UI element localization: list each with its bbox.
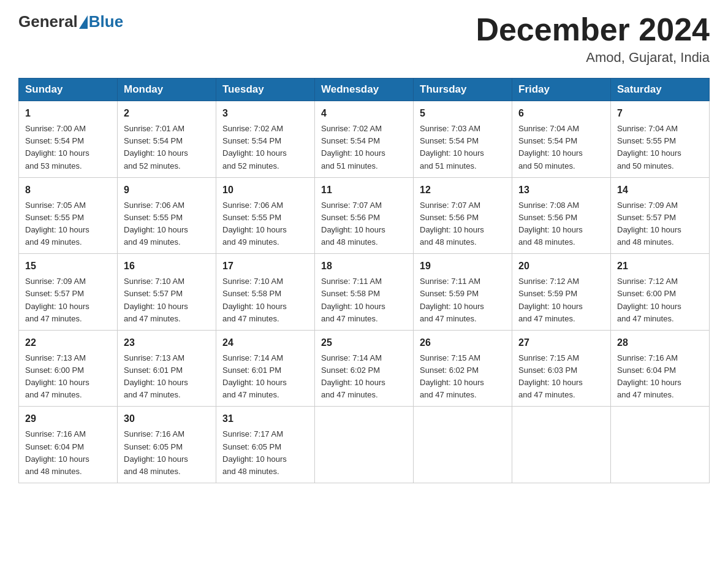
calendar-cell: 1Sunrise: 7:00 AMSunset: 5:54 PMDaylight… [19,101,118,178]
day-info: Sunrise: 7:03 AMSunset: 5:54 PMDaylight:… [420,123,506,172]
day-number: 22 [25,335,111,350]
calendar-cell: 10Sunrise: 7:06 AMSunset: 5:55 PMDayligh… [216,177,315,254]
day-number: 10 [222,183,308,197]
day-info: Sunrise: 7:16 AMSunset: 6:05 PMDaylight:… [124,428,210,478]
day-number: 4 [321,106,407,121]
day-info: Sunrise: 7:02 AMSunset: 5:54 PMDaylight:… [321,123,407,172]
day-number: 24 [222,335,308,350]
day-number: 28 [617,335,703,350]
day-info: Sunrise: 7:04 AMSunset: 5:55 PMDaylight:… [617,123,703,172]
day-number: 11 [321,183,407,197]
day-number: 26 [420,335,506,350]
calendar-cell [512,407,611,483]
day-number: 3 [222,106,308,121]
day-number: 12 [420,183,506,197]
weekday-header-saturday: Saturday [611,79,710,101]
calendar-table: SundayMondayTuesdayWednesdayThursdayFrid… [18,78,710,483]
day-info: Sunrise: 7:13 AMSunset: 6:00 PMDaylight:… [25,352,111,402]
day-number: 29 [25,412,111,426]
calendar-cell: 4Sunrise: 7:02 AMSunset: 5:54 PMDaylight… [315,101,414,178]
day-info: Sunrise: 7:01 AMSunset: 5:54 PMDaylight:… [124,123,210,172]
calendar-cell: 3Sunrise: 7:02 AMSunset: 5:54 PMDaylight… [216,101,315,178]
calendar-cell: 23Sunrise: 7:13 AMSunset: 6:01 PMDayligh… [118,330,216,407]
title-section: December 2024 Amod, Gujarat, India [476,12,710,66]
day-info: Sunrise: 7:07 AMSunset: 5:56 PMDaylight:… [321,199,407,249]
calendar-week-2: 8Sunrise: 7:05 AMSunset: 5:55 PMDaylight… [19,177,710,254]
weekday-header-wednesday: Wednesday [315,79,414,101]
day-info: Sunrise: 7:06 AMSunset: 5:55 PMDaylight:… [222,199,308,249]
day-info: Sunrise: 7:09 AMSunset: 5:57 PMDaylight:… [25,275,111,325]
day-info: Sunrise: 7:13 AMSunset: 6:01 PMDaylight:… [124,352,210,402]
day-number: 6 [518,106,604,121]
calendar-cell: 9Sunrise: 7:06 AMSunset: 5:55 PMDaylight… [118,177,216,254]
day-info: Sunrise: 7:10 AMSunset: 5:58 PMDaylight:… [222,275,308,325]
calendar-cell [414,407,512,483]
day-number: 8 [25,183,111,197]
day-info: Sunrise: 7:14 AMSunset: 6:02 PMDaylight:… [321,352,407,402]
day-number: 18 [321,259,407,274]
day-info: Sunrise: 7:09 AMSunset: 5:57 PMDaylight:… [617,199,703,249]
calendar-cell: 16Sunrise: 7:10 AMSunset: 5:57 PMDayligh… [118,254,216,331]
calendar-cell: 28Sunrise: 7:16 AMSunset: 6:04 PMDayligh… [611,330,710,407]
day-info: Sunrise: 7:06 AMSunset: 5:55 PMDaylight:… [124,199,210,249]
day-number: 7 [617,106,703,121]
calendar-cell: 11Sunrise: 7:07 AMSunset: 5:56 PMDayligh… [315,177,414,254]
day-number: 31 [222,412,308,426]
day-number: 16 [124,259,210,274]
day-info: Sunrise: 7:16 AMSunset: 6:04 PMDaylight:… [25,428,111,478]
day-info: Sunrise: 7:12 AMSunset: 5:59 PMDaylight:… [518,275,604,325]
day-info: Sunrise: 7:07 AMSunset: 5:56 PMDaylight:… [420,199,506,249]
logo-triangle-icon [79,15,88,29]
calendar-cell [315,407,414,483]
calendar-cell: 5Sunrise: 7:03 AMSunset: 5:54 PMDaylight… [414,101,512,178]
day-number: 19 [420,259,506,274]
day-number: 15 [25,259,111,274]
calendar-week-1: 1Sunrise: 7:00 AMSunset: 5:54 PMDaylight… [19,101,710,178]
weekday-header-monday: Monday [118,79,216,101]
day-info: Sunrise: 7:05 AMSunset: 5:55 PMDaylight:… [25,199,111,249]
calendar-cell: 7Sunrise: 7:04 AMSunset: 5:55 PMDaylight… [611,101,710,178]
day-number: 27 [518,335,604,350]
calendar-cell: 6Sunrise: 7:04 AMSunset: 5:54 PMDaylight… [512,101,611,178]
calendar-cell: 8Sunrise: 7:05 AMSunset: 5:55 PMDaylight… [19,177,118,254]
location-subtitle: Amod, Gujarat, India [476,50,710,66]
day-info: Sunrise: 7:00 AMSunset: 5:54 PMDaylight:… [25,123,111,172]
day-info: Sunrise: 7:02 AMSunset: 5:54 PMDaylight:… [222,123,308,172]
logo-blue-text: Blue [89,12,123,31]
weekday-header-tuesday: Tuesday [216,79,315,101]
day-info: Sunrise: 7:16 AMSunset: 6:04 PMDaylight:… [617,352,703,402]
day-info: Sunrise: 7:15 AMSunset: 6:03 PMDaylight:… [518,352,604,402]
calendar-week-4: 22Sunrise: 7:13 AMSunset: 6:00 PMDayligh… [19,330,710,407]
day-number: 14 [617,183,703,197]
logo-general-text: General [18,12,78,31]
day-info: Sunrise: 7:08 AMSunset: 5:56 PMDaylight:… [518,199,604,249]
calendar-cell: 31Sunrise: 7:17 AMSunset: 6:05 PMDayligh… [216,407,315,483]
day-number: 20 [518,259,604,274]
day-info: Sunrise: 7:11 AMSunset: 5:58 PMDaylight:… [321,275,407,325]
calendar-cell [611,407,710,483]
day-number: 9 [124,183,210,197]
calendar-cell: 25Sunrise: 7:14 AMSunset: 6:02 PMDayligh… [315,330,414,407]
calendar-cell: 26Sunrise: 7:15 AMSunset: 6:02 PMDayligh… [414,330,512,407]
day-info: Sunrise: 7:04 AMSunset: 5:54 PMDaylight:… [518,123,604,172]
logo: General Blue [18,12,123,31]
weekday-header-sunday: Sunday [19,79,118,101]
calendar-cell: 12Sunrise: 7:07 AMSunset: 5:56 PMDayligh… [414,177,512,254]
day-number: 30 [124,412,210,426]
calendar-cell: 2Sunrise: 7:01 AMSunset: 5:54 PMDaylight… [118,101,216,178]
day-number: 17 [222,259,308,274]
day-number: 2 [124,106,210,121]
day-info: Sunrise: 7:11 AMSunset: 5:59 PMDaylight:… [420,275,506,325]
day-number: 5 [420,106,506,121]
calendar-cell: 29Sunrise: 7:16 AMSunset: 6:04 PMDayligh… [19,407,118,483]
weekday-header-thursday: Thursday [414,79,512,101]
calendar-cell: 24Sunrise: 7:14 AMSunset: 6:01 PMDayligh… [216,330,315,407]
calendar-cell: 15Sunrise: 7:09 AMSunset: 5:57 PMDayligh… [19,254,118,331]
calendar-cell: 18Sunrise: 7:11 AMSunset: 5:58 PMDayligh… [315,254,414,331]
day-number: 13 [518,183,604,197]
month-title: December 2024 [476,12,710,47]
calendar-cell: 13Sunrise: 7:08 AMSunset: 5:56 PMDayligh… [512,177,611,254]
calendar-cell: 27Sunrise: 7:15 AMSunset: 6:03 PMDayligh… [512,330,611,407]
day-number: 1 [25,106,111,121]
day-info: Sunrise: 7:14 AMSunset: 6:01 PMDaylight:… [222,352,308,402]
